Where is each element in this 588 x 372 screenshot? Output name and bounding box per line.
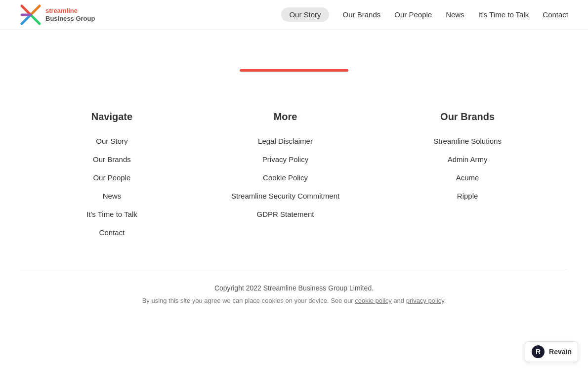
nav-link-its-time-to-talk[interactable]: It's Time to Talk — [478, 10, 529, 19]
nav-links: Our Story Our Brands Our People News It'… — [281, 10, 568, 19]
logo-icon — [20, 4, 42, 26]
footer-link-acume[interactable]: Acume — [456, 171, 479, 184]
footer-col-navigate: Navigate Our Story Our Brands Our People… — [86, 111, 137, 239]
divider-line — [240, 69, 348, 72]
navbar: streamline Business Group Our Story Our … — [0, 0, 588, 30]
footer-columns: Navigate Our Story Our Brands Our People… — [0, 101, 588, 269]
footer-navigate-title: Navigate — [91, 111, 132, 123]
revain-widget[interactable]: R Revain — [525, 341, 578, 362]
copyright-section: Copyright 2022 Streamline Business Group… — [20, 269, 568, 309]
svg-line-2 — [31, 6, 40, 15]
nav-link-our-people[interactable]: Our People — [394, 10, 432, 19]
footer-our-brands-title: Our Brands — [440, 111, 495, 123]
svg-line-3 — [31, 15, 40, 24]
nav-item-our-people[interactable]: Our People — [394, 10, 432, 19]
footer-link-privacy-policy[interactable]: Privacy Policy — [262, 153, 308, 166]
logo[interactable]: streamline Business Group — [20, 4, 95, 26]
footer-link-our-brands[interactable]: Our Brands — [93, 153, 131, 166]
privacy-policy-link[interactable]: privacy policy — [406, 297, 444, 304]
footer-link-our-story[interactable]: Our Story — [96, 134, 127, 148]
footer-link-our-people[interactable]: Our People — [93, 171, 130, 184]
cookie-policy-link[interactable]: cookie policy — [355, 297, 391, 304]
nav-link-our-story[interactable]: Our Story — [281, 7, 329, 22]
nav-link-our-brands[interactable]: Our Brands — [343, 10, 381, 19]
nav-item-our-story[interactable]: Our Story — [281, 10, 329, 19]
footer-more-title: More — [274, 111, 297, 123]
logo-text: streamline Business Group — [45, 7, 95, 22]
footer-link-news[interactable]: News — [103, 189, 122, 203]
cookie-notice: By using this site you agree we can plac… — [30, 297, 558, 304]
svg-text:R: R — [536, 348, 541, 356]
footer-link-security-commitment[interactable]: Streamline Security Commitment — [231, 189, 339, 203]
divider-container — [0, 30, 588, 101]
footer-link-its-time-to-talk[interactable]: It's Time to Talk — [86, 207, 137, 221]
copyright-text: Copyright 2022 Streamline Business Group… — [30, 284, 558, 292]
svg-line-0 — [22, 6, 31, 15]
nav-item-its-time-to-talk[interactable]: It's Time to Talk — [478, 10, 529, 19]
nav-item-contact[interactable]: Contact — [543, 10, 568, 19]
footer-link-admin-army[interactable]: Admin Army — [448, 153, 488, 166]
footer-link-contact[interactable]: Contact — [99, 226, 125, 239]
nav-link-contact[interactable]: Contact — [543, 10, 568, 19]
revain-label: Revain — [549, 348, 572, 356]
nav-item-our-brands[interactable]: Our Brands — [343, 10, 381, 19]
nav-link-news[interactable]: News — [446, 10, 464, 19]
footer-link-legal-disclaimer[interactable]: Legal Disclaimer — [258, 134, 313, 148]
footer-link-gdpr[interactable]: GDPR Statement — [257, 207, 314, 221]
svg-line-1 — [22, 15, 31, 24]
footer-link-cookie-policy[interactable]: Cookie Policy — [263, 171, 308, 184]
nav-item-news[interactable]: News — [446, 10, 464, 19]
footer-link-ripple[interactable]: Ripple — [457, 189, 478, 203]
revain-icon: R — [531, 345, 545, 359]
footer-col-more: More Legal Disclaimer Privacy Policy Coo… — [231, 111, 339, 239]
footer-col-our-brands: Our Brands Streamline Solutions Admin Ar… — [433, 111, 502, 239]
footer-link-streamline-solutions[interactable]: Streamline Solutions — [433, 134, 502, 148]
